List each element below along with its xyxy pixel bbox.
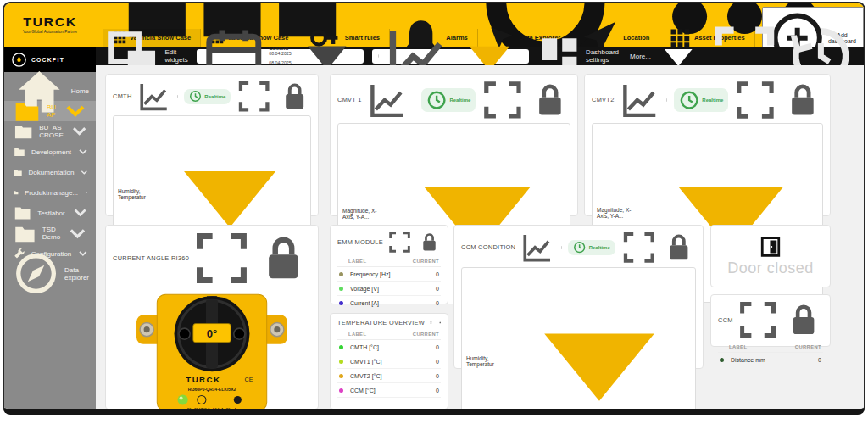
expand-icon[interactable] [482, 80, 523, 120]
chart-line-icon[interactable] [137, 80, 170, 113]
realtime-badge[interactable]: Realtime [184, 89, 231, 104]
sidebar: COCKPIT Home BU AP [4, 47, 96, 409]
brand-name: TURCK [23, 16, 77, 29]
device-specs: 10...30 VDC 0...10 V 4...20 mA [187, 407, 237, 411]
table-row: CMTH [°C] 0 [337, 340, 441, 354]
sidebar-item-icon [14, 168, 23, 177]
chart-line-icon[interactable] [620, 80, 660, 120]
sidebar-nav: Home BU AP BU_AS CROSE [4, 72, 96, 284]
widget-title: CMTH [113, 92, 132, 100]
sidebar-item[interactable]: TSD Demo [4, 223, 96, 243]
chevron-down-icon [62, 98, 89, 125]
expand-icon[interactable] [738, 300, 777, 339]
realtime-badge[interactable]: Realtime [674, 88, 728, 111]
column-header: LABEL [348, 332, 366, 337]
widget-title: CCM CONDITION [461, 243, 515, 251]
cockpit-label: COCKPIT [31, 57, 64, 63]
door-icon [760, 236, 782, 258]
expand-icon[interactable] [388, 231, 411, 254]
sidebar-item-icon [14, 98, 41, 125]
sidebar-item[interactable]: Dokumentation [4, 162, 96, 182]
series-color-dot [339, 301, 343, 305]
row-value: 0 [436, 359, 439, 365]
chevron-down-icon [77, 248, 89, 259]
temperature-overview-widget: TEMPERATURE OVERVIEW LABELCURRENT CMTH [ [330, 313, 448, 410]
expand-icon[interactable] [430, 321, 431, 323]
table-row: CCM [°C] 0 [337, 383, 441, 398]
widget-title: CCM [718, 316, 733, 324]
turck-logo[interactable]: TURCK Your Global Automation Partner [4, 3, 96, 47]
sidebar-item-icon [14, 146, 25, 158]
row-label: Distance mm [731, 357, 765, 363]
lock-icon[interactable] [418, 231, 441, 254]
realtime-badge[interactable]: Realtime [421, 88, 476, 111]
widget-title: EMM MODULE [337, 238, 383, 246]
chart-line-icon[interactable] [367, 80, 408, 120]
sidebar-item[interactable]: BU AP [4, 101, 96, 121]
series-color-dot [720, 358, 724, 362]
ri360-device-image: 0° TURCK CE RI360P0-QR14-ELIU5X2 10...30… [113, 286, 311, 415]
lock-icon[interactable] [278, 80, 311, 113]
column-header: CURRENT [413, 259, 439, 264]
cmvt1-widget: CMVT 1 Realtime Magnitude, X-Axis, Y-A..… [330, 74, 578, 216]
sidebar-item[interactable]: Produktmanage... [4, 182, 96, 203]
chevron-down-icon [84, 190, 89, 195]
expand-icon[interactable] [735, 80, 776, 120]
row-label: CMVT1 [°C] [350, 359, 381, 365]
clock-icon [679, 90, 699, 110]
sidebar-item-icon [14, 121, 33, 141]
clock-icon [573, 241, 586, 254]
caret-down-icon [508, 270, 691, 415]
table-row: Voltage [V] 0 [337, 282, 441, 296]
status-dot-icon [378, 54, 379, 58]
ccm-condition-widget: CCM CONDITION Realtime Humidity, Tempera… [453, 225, 704, 369]
lock-icon[interactable] [439, 321, 441, 323]
lock-icon[interactable] [530, 80, 570, 120]
lock-icon[interactable] [784, 300, 823, 339]
series-color-dot [339, 374, 343, 378]
table-row: CMVT1 [°C] 0 [337, 354, 441, 369]
sidebar-item-icon [14, 222, 36, 245]
row-value: 0 [818, 357, 821, 363]
current-angle-widget: CURRENT ANGLE RI360 [105, 225, 319, 410]
chevron-down-icon [80, 168, 89, 177]
lock-icon[interactable] [662, 231, 696, 265]
row-label: CCM [°C] [350, 388, 376, 393]
series-color-dot [339, 388, 343, 393]
row-label: Voltage [V] [350, 286, 379, 292]
table-row: Current [A] 0 [337, 296, 441, 310]
series-color-dot [339, 360, 343, 364]
sidebar-item[interactable]: Testlabor [4, 203, 96, 223]
row-value: 0 [436, 373, 439, 379]
chart-type-select[interactable] [372, 49, 529, 64]
lock-icon[interactable] [782, 80, 823, 120]
door-status-text: Door closed [727, 259, 814, 277]
series-color-dot [339, 345, 343, 349]
expand-icon[interactable] [194, 231, 249, 286]
sidebar-item-icon [14, 204, 31, 221]
expand-icon[interactable] [622, 231, 656, 265]
series-select[interactable]: Humidity, Temperatur [461, 267, 696, 415]
table-row: CMVT2 [°C] 0 [337, 369, 441, 383]
sidebar-item-icon [14, 190, 19, 195]
chart-line-icon[interactable] [520, 231, 554, 265]
column-header: CURRENT [413, 332, 439, 337]
row-value: 0 [436, 344, 439, 350]
brand-tagline: Your Global Automation Partner [23, 31, 77, 35]
clock-icon [426, 90, 447, 110]
realtime-badge[interactable]: Realtime [568, 240, 615, 255]
row-value: 0 [436, 271, 439, 277]
chevron-down-icon [77, 146, 89, 158]
date-range-select[interactable]: Custom 08.04.2025 — 08.04.2025 [197, 49, 364, 64]
sidebar-item[interactable]: Development [4, 142, 96, 162]
clock-icon [189, 90, 202, 103]
sidebar-item[interactable]: Data explorer [4, 264, 96, 284]
row-label: Current [A] [350, 300, 379, 306]
chevron-down-icon [70, 121, 89, 141]
ccm-widget: CCM LABELCURRENT Distance mm [710, 294, 831, 347]
sidebar-item[interactable]: BU_AS CROSE [4, 121, 96, 142]
device-model: RI360P0-QR14-ELIU5X2 [188, 387, 236, 392]
widget-title: CMVT2 [592, 96, 615, 103]
lock-icon[interactable] [256, 231, 311, 286]
expand-icon[interactable] [237, 80, 270, 113]
